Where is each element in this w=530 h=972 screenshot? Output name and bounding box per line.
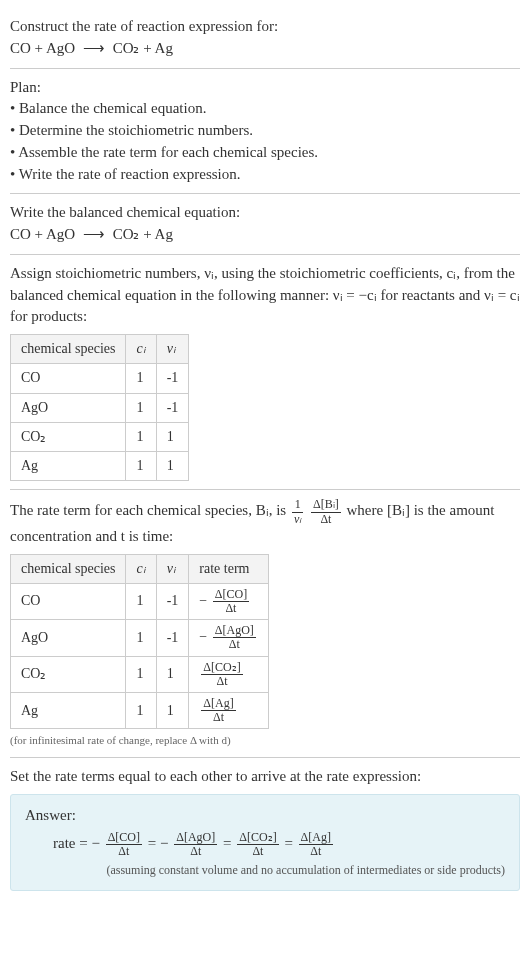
cell-vi: -1 — [156, 583, 189, 619]
balanced-heading: Write the balanced chemical equation: — [10, 202, 520, 224]
cell-species: CO₂ — [11, 422, 126, 451]
stoich-table: chemical species cᵢ νᵢ CO 1 -1 AgO 1 -1 … — [10, 334, 189, 481]
frac-den: Δt — [237, 845, 278, 858]
balanced-eq-lhs: CO + AgO — [10, 226, 75, 242]
frac-den: Δt — [213, 602, 249, 615]
frac-num: Δ[AgO] — [174, 831, 217, 845]
frac-num: Δ[CO₂] — [201, 661, 242, 675]
rate-term: Δ[CO₂] Δt — [235, 835, 284, 851]
intro-equation: CO + AgO ⟶ CO₂ + Ag — [10, 38, 520, 60]
table-row: AgO 1 -1 — [11, 393, 189, 422]
rate-term: − Δ[AgO] Δt — [160, 835, 223, 851]
rate-sign: − — [199, 629, 207, 644]
col-species: chemical species — [11, 335, 126, 364]
table-row: CO 1 -1 − Δ[CO] Δt — [11, 583, 269, 619]
col-ci: cᵢ — [126, 335, 156, 364]
rateterm-intro: The rate term for each chemical species,… — [10, 498, 520, 547]
frac-num: Δ[AgO] — [213, 624, 256, 638]
plan-item-text: Determine the stoichiometric numbers. — [19, 122, 253, 138]
rate-sign: − — [91, 835, 99, 851]
frac-den: Δt — [311, 513, 341, 526]
cell-vi: -1 — [156, 393, 189, 422]
frac-num: Δ[Ag] — [201, 697, 235, 711]
frac-num: 1 — [292, 498, 303, 512]
cell-vi: -1 — [156, 620, 189, 656]
rate-frac: Δ[CO] Δt — [106, 831, 142, 858]
frac-den: Δt — [201, 711, 235, 724]
rate-frac: Δ[AgO] Δt — [213, 624, 256, 651]
table-header-row: chemical species cᵢ νᵢ — [11, 335, 189, 364]
table-row: AgO 1 -1 − Δ[AgO] Δt — [11, 620, 269, 656]
frac-den: Δt — [201, 675, 242, 688]
cell-rate: Δ[CO₂] Δt — [189, 656, 268, 692]
stoich-intro: Assign stoichiometric numbers, νᵢ, using… — [10, 263, 520, 328]
intro-eq-lhs: CO + AgO — [10, 40, 75, 56]
rate-frac: Δ[CO] Δt — [213, 588, 249, 615]
rate-sign: − — [199, 593, 207, 608]
table-row: CO₂ 1 1 — [11, 422, 189, 451]
balanced-eq-rhs: CO₂ + Ag — [113, 226, 173, 242]
table-row: Ag 1 1 Δ[Ag] Δt — [11, 693, 269, 729]
plan-item: • Write the rate of reaction expression. — [10, 164, 520, 186]
plan-heading: Plan: — [10, 77, 520, 99]
cell-ci: 1 — [126, 620, 156, 656]
rate-frac: Δ[CO₂] Δt — [201, 661, 242, 688]
col-rate: rate term — [189, 554, 268, 583]
rate-frac: Δ[Ag] Δt — [201, 697, 235, 724]
cell-ci: 1 — [126, 364, 156, 393]
rateterm-frac-dbdt: Δ[Bᵢ] Δt — [311, 498, 341, 525]
reaction-arrow-icon: ⟶ — [79, 226, 109, 242]
balanced-equation: CO + AgO ⟶ CO₂ + Ag — [10, 224, 520, 246]
plan-section: Plan: • Balance the chemical equation. •… — [10, 69, 520, 195]
intro-eq-rhs: CO₂ + Ag — [113, 40, 173, 56]
table-row: Ag 1 1 — [11, 452, 189, 481]
rateterm-note: (for infinitesimal rate of change, repla… — [10, 733, 520, 749]
intro-section: Construct the rate of reaction expressio… — [10, 8, 520, 69]
frac-num: Δ[Ag] — [299, 831, 333, 845]
frac-den: Δt — [299, 845, 333, 858]
rate-label: rate = — [53, 835, 91, 851]
cell-ci: 1 — [126, 393, 156, 422]
cell-ci: 1 — [126, 693, 156, 729]
cell-vi: 1 — [156, 656, 189, 692]
intro-title: Construct the rate of reaction expressio… — [10, 16, 520, 38]
balanced-section: Write the balanced chemical equation: CO… — [10, 194, 520, 255]
cell-vi: 1 — [156, 693, 189, 729]
eq-sep: = — [148, 835, 160, 851]
cell-rate: Δ[Ag] Δt — [189, 693, 268, 729]
col-ci: cᵢ — [126, 554, 156, 583]
answer-label: Answer: — [25, 805, 505, 827]
rate-frac: Δ[AgO] Δt — [174, 831, 217, 858]
rate-term: Δ[Ag] Δt — [297, 835, 335, 851]
plan-item-text: Write the rate of reaction expression. — [19, 166, 241, 182]
rateterm-frac-coeff: 1 νᵢ — [292, 498, 303, 525]
cell-species: Ag — [11, 452, 126, 481]
rate-frac: Δ[CO₂] Δt — [237, 831, 278, 858]
frac-den: Δt — [106, 845, 142, 858]
cell-ci: 1 — [126, 452, 156, 481]
cell-species: AgO — [11, 620, 126, 656]
col-vi: νᵢ — [156, 335, 189, 364]
eq-sep: = — [223, 835, 235, 851]
eq-sep: = — [284, 835, 296, 851]
final-section: Set the rate terms equal to each other t… — [10, 758, 520, 898]
col-species: chemical species — [11, 554, 126, 583]
rateterm-intro-pre: The rate term for each chemical species,… — [10, 503, 290, 519]
frac-num: Δ[Bᵢ] — [311, 498, 341, 512]
rateterm-section: The rate term for each chemical species,… — [10, 490, 520, 758]
rate-expression: rate = − Δ[CO] Δt = − Δ[AgO] Δt = — [25, 831, 505, 858]
plan-item: • Determine the stoichiometric numbers. — [10, 120, 520, 142]
cell-vi: 1 — [156, 452, 189, 481]
cell-ci: 1 — [126, 656, 156, 692]
rate-term: − Δ[CO] Δt — [91, 835, 147, 851]
cell-species: AgO — [11, 393, 126, 422]
cell-species: CO₂ — [11, 656, 126, 692]
rate-frac: Δ[Ag] Δt — [299, 831, 333, 858]
plan-item-text: Assemble the rate term for each chemical… — [18, 144, 318, 160]
cell-species: CO — [11, 364, 126, 393]
frac-num: Δ[CO₂] — [237, 831, 278, 845]
cell-rate: − Δ[AgO] Δt — [189, 620, 268, 656]
table-header-row: chemical species cᵢ νᵢ rate term — [11, 554, 269, 583]
rateterm-table: chemical species cᵢ νᵢ rate term CO 1 -1… — [10, 554, 269, 730]
frac-num: Δ[CO] — [106, 831, 142, 845]
